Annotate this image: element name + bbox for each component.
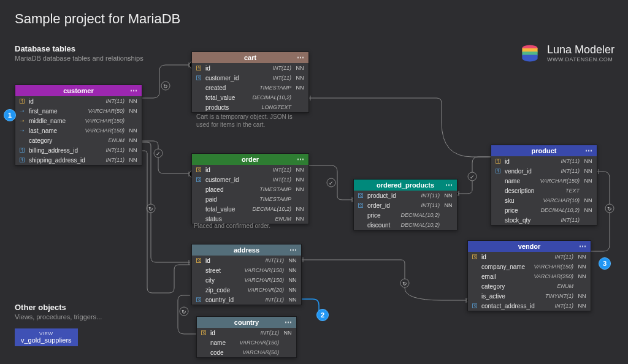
column-type: INT(11): [260, 330, 279, 336]
column-row[interactable]: placedTIMESTAMPNN: [192, 184, 308, 194]
column-row[interactable]: ⚿idINT(11)NN: [491, 156, 597, 166]
brand-name: Luna Modeler: [547, 44, 615, 56]
fk-key-icon: ⚿: [194, 75, 203, 81]
table-header[interactable]: country⋯: [197, 317, 296, 328]
column-row[interactable]: ⚿idINT(11)NN: [192, 63, 308, 73]
more-icon[interactable]: ⋯: [585, 146, 593, 155]
column-name: id: [481, 254, 552, 260]
table-order[interactable]: order⋯⚿idINT(11)NN⚿customer_idINT(11)NNp…: [191, 153, 309, 224]
more-icon[interactable]: ⋯: [445, 181, 453, 189]
table-cart[interactable]: cart⋯⚿idINT(11)NN⚿customer_idINT(11)NNcr…: [191, 51, 309, 113]
fk-key-icon: ⚿: [18, 157, 26, 163]
column-row[interactable]: priceDECIMAL(10,2): [354, 210, 457, 220]
table-header[interactable]: vendor⋯: [468, 241, 591, 252]
column-row[interactable]: discountDECIMAL(10,2): [354, 220, 457, 230]
column-row[interactable]: ⚿vendor_idINT(11)NN: [491, 166, 597, 176]
svg-text:↻: ↻: [182, 309, 186, 315]
column-row[interactable]: ⚿order_idINT(11)NN: [354, 200, 457, 210]
more-icon[interactable]: ⋯: [297, 155, 305, 164]
table-header[interactable]: ordered_products⋯: [354, 180, 457, 191]
column-row[interactable]: ⚿billing_address_idINT(11)NN: [15, 145, 142, 155]
column-type: VARCHAR(150): [85, 118, 124, 124]
column-nullable: NN: [582, 178, 594, 184]
column-name: products: [205, 104, 259, 111]
column-row[interactable]: ⚿idINT(11)NN: [197, 328, 296, 338]
more-icon[interactable]: ⋯: [297, 53, 305, 62]
pk-key-icon: ⚿: [194, 167, 203, 173]
column-row[interactable]: ➝middle_nameVARCHAR(150): [15, 116, 142, 126]
column-row[interactable]: streetVARCHAR(150)NN: [192, 265, 301, 275]
column-row[interactable]: categoryENUMNN: [15, 135, 142, 145]
column-row[interactable]: ⚿country_idINT(11)NN: [192, 295, 301, 305]
column-row[interactable]: createdTIMESTAMPNN: [192, 83, 308, 93]
column-name: first_name: [29, 108, 85, 115]
table-vendor[interactable]: vendor⋯⚿idINT(11)NNcompany_nameVARCHAR(1…: [467, 240, 591, 311]
column-row[interactable]: total_valueDECIMAL(10,2)NN: [192, 204, 308, 214]
annotation-marker-1[interactable]: 1: [4, 109, 16, 121]
column-row[interactable]: company_nameVARCHAR(150)NN: [468, 262, 591, 271]
more-icon[interactable]: ⋯: [130, 86, 138, 95]
column-name: street: [205, 267, 242, 274]
more-icon[interactable]: ⋯: [289, 246, 297, 254]
column-name: sku: [505, 197, 540, 204]
column-row[interactable]: skuVARCHAR(10)NN: [491, 195, 597, 205]
column-row[interactable]: stock_qtyINT(11): [491, 215, 597, 225]
column-type: INT(11): [561, 158, 580, 164]
pk-key-icon: ⚿: [199, 330, 208, 336]
table-ordered_products[interactable]: ordered_products⋯⚿product_idINT(11)NN⚿or…: [353, 179, 458, 230]
column-row[interactable]: ⚿customer_idINT(11)NN: [192, 73, 308, 83]
column-row[interactable]: nameVARCHAR(150): [197, 338, 296, 347]
column-row[interactable]: total_valueDECIMAL(10,2): [192, 93, 308, 102]
svg-text:↻: ↻: [402, 281, 407, 287]
more-icon[interactable]: ⋯: [285, 318, 293, 327]
view-object[interactable]: VIEW v_gold_suppliers: [15, 328, 78, 346]
column-row[interactable]: ⚿product_idINT(11)NN: [354, 191, 457, 200]
column-row[interactable]: nameVARCHAR(150)NN: [491, 176, 597, 186]
view-name: v_gold_suppliers: [21, 336, 72, 344]
table-header[interactable]: product⋯: [491, 145, 597, 156]
column-row[interactable]: ⚿idINT(11)NN: [15, 96, 142, 106]
column-row[interactable]: is_activeTINYINT(1)NN: [468, 291, 591, 301]
column-name: id: [29, 98, 103, 105]
table-header[interactable]: cart⋯: [192, 52, 308, 63]
column-row[interactable]: priceDECIMAL(10,2)NN: [491, 205, 597, 215]
column-type: VARCHAR(150): [540, 178, 580, 184]
column-type: VARCHAR(150): [534, 264, 573, 270]
column-type: INT(11): [561, 217, 580, 223]
column-row[interactable]: ⚿idINT(11)NN: [192, 165, 308, 175]
column-row[interactable]: ⚿contact_address_idINT(11)NN: [468, 301, 591, 311]
column-row[interactable]: ⚿idINT(11)NN: [192, 256, 301, 265]
table-header[interactable]: order⋯: [192, 154, 308, 165]
table-address[interactable]: address⋯⚿idINT(11)NNstreetVARCHAR(150)NN…: [191, 244, 302, 305]
column-name: customer_id: [205, 176, 270, 183]
column-row[interactable]: categoryENUM: [468, 281, 591, 291]
annotation-marker-3[interactable]: 3: [599, 257, 611, 270]
column-row[interactable]: emailVARCHAR(250)NN: [468, 271, 591, 281]
fk-key-icon: ⚿: [194, 176, 203, 183]
column-type: INT(11): [105, 157, 124, 163]
column-row[interactable]: ⚿customer_idINT(11)NN: [192, 175, 308, 184]
column-name: zip_code: [205, 287, 245, 294]
column-row[interactable]: cityVARCHAR(150)NN: [192, 275, 301, 285]
column-row[interactable]: ➝last_nameVARCHAR(150)NN: [15, 126, 142, 135]
table-country[interactable]: country⋯⚿idINT(11)NNnameVARCHAR(150)code…: [196, 316, 297, 358]
column-type: VARCHAR(50): [88, 108, 124, 114]
more-icon[interactable]: ⋯: [579, 242, 587, 251]
column-nullable: NN: [294, 176, 306, 183]
column-name: vendor_id: [505, 168, 558, 175]
table-header[interactable]: address⋯: [192, 245, 301, 256]
column-row[interactable]: paidTIMESTAMP: [192, 194, 308, 204]
column-row[interactable]: ⚿shipping_address_idINT(11)NN: [15, 155, 142, 165]
table-customer[interactable]: customer⋯⚿idINT(11)NN➝first_nameVARCHAR(…: [15, 85, 142, 165]
column-row[interactable]: codeVARCHAR(50): [197, 347, 296, 357]
column-row[interactable]: zip_codeVARCHAR(20)NN: [192, 285, 301, 295]
table-name: ordered_products: [377, 181, 434, 189]
table-product[interactable]: product⋯⚿idINT(11)NN⚿vendor_idINT(11)NNn…: [491, 145, 597, 226]
svg-point-5: [147, 204, 155, 213]
column-row[interactable]: ⚿idINT(11)NN: [468, 252, 591, 262]
annotation-marker-2[interactable]: 2: [316, 309, 329, 321]
column-row[interactable]: productsLONGTEXT: [192, 102, 308, 112]
table-header[interactable]: customer⋯: [15, 85, 142, 96]
column-row[interactable]: ➝first_nameVARCHAR(50)NN: [15, 106, 142, 116]
column-row[interactable]: descriptionTEXT: [491, 186, 597, 195]
